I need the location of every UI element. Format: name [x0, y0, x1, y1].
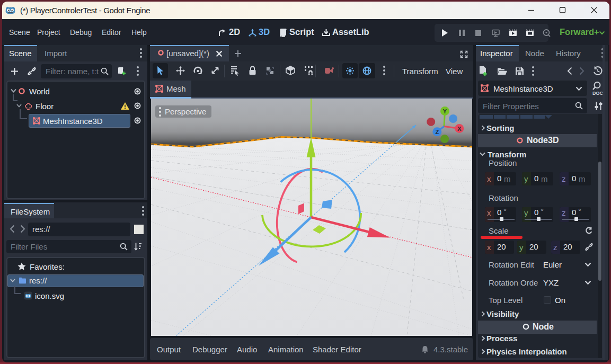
svg-text:Z: Z: [435, 129, 439, 135]
svg-text:DOC: DOC: [592, 91, 604, 96]
svg-text:Y: Y: [443, 108, 447, 114]
svg-text:X: X: [457, 126, 462, 132]
